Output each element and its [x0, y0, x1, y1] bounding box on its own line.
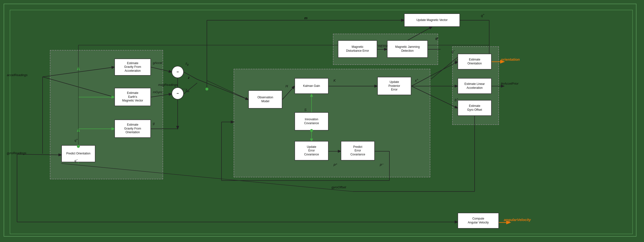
sum-zm-symbol: − — [176, 91, 179, 96]
junction-dot-innovation — [310, 129, 313, 132]
S-label: S — [304, 108, 306, 112]
estimate-gravity-orient-block[interactable]: EstimateGravity FromOrientation — [114, 119, 151, 138]
estimate-orientation-label: EstimateOrientation — [468, 58, 482, 65]
estimate-linear-accel-label: Estimate LinearAcceleration — [464, 82, 484, 90]
bplus-label: b+ — [455, 97, 458, 102]
mag-readings-label: magReadings — [158, 83, 178, 87]
z-label: z — [188, 76, 190, 79]
kalman-gain-label: Kalman Gain — [303, 84, 320, 88]
Pminus-label: P− — [380, 162, 384, 167]
estimate-orientation-block[interactable]: EstimateOrientation — [458, 54, 492, 70]
aplus-label: a+ — [455, 58, 458, 63]
accel-readings-label: accelReadings — [7, 73, 28, 77]
H-label: H — [286, 84, 288, 88]
estimate-magnetic-vector-block[interactable]: EstimateEarth'sMagnetic Vector — [114, 88, 151, 106]
lin-accel-prior-label: linAccelPrior — [501, 82, 518, 85]
K-label: K — [334, 79, 336, 82]
g-label: g — [153, 122, 154, 125]
estimate-gravity-orient-label: EstimateGravity FromOrientation — [124, 123, 141, 135]
xplus-label: x+ — [415, 78, 418, 82]
zg-label: zg — [186, 61, 188, 66]
junction-dot-qplus — [77, 145, 80, 148]
magnetic-jamming-detection-block[interactable]: Magnetic JammingDetection — [387, 40, 428, 58]
magnetic-jamming-detection-label: Magnetic JammingDetection — [395, 45, 420, 53]
innovation-covariance-block[interactable]: InnovationCovariance — [294, 112, 328, 131]
Pplus-label: P+ — [334, 162, 337, 167]
update-error-covariance-label: UpdateErrorCovariance — [304, 145, 319, 157]
qplus-left-label: q+ — [74, 138, 78, 142]
estimate-gravity-accel-block[interactable]: EstimateGravity FromAcceleration — [114, 59, 151, 76]
update-magnetic-vector-block[interactable]: Update Magnetic Vector — [404, 14, 460, 27]
predict-orientation-label: Predict Orientation — [66, 152, 90, 156]
angular-velocity-output-label: angularVelocity — [504, 218, 531, 222]
estimate-gyro-offset-block[interactable]: EstimateGyro Offset — [458, 100, 492, 116]
sum-zg-symbol: − — [176, 70, 179, 74]
observation-model-label: ObservationModel — [258, 96, 273, 103]
update-posterior-error-block[interactable]: UpdatePosteriorError — [377, 77, 411, 95]
predict-error-covariance-label: PredictErrorCovariance — [350, 145, 365, 157]
qminus-left-label: q− — [74, 158, 78, 163]
innovation-covariance-label: InnovationCovariance — [304, 117, 319, 125]
zm-label: zm — [186, 88, 189, 93]
estimate-magnetic-vector-label: EstimateEarth'sMagnetic Vector — [122, 91, 143, 103]
update-error-covariance-block[interactable]: UpdateErrorCovariance — [294, 141, 328, 161]
magnetic-disturbance-error-label: MagneticDisturbance Error — [346, 45, 369, 53]
orientation-output-label: orientation — [501, 57, 520, 61]
qplus-top-label: q+ — [481, 13, 484, 18]
update-magnetic-vector-label: Update Magnetic Vector — [416, 18, 448, 22]
sum-zg-block[interactable]: − — [172, 66, 184, 78]
sum-zm-block[interactable]: − — [172, 87, 184, 99]
estimate-gyro-offset-label: EstimateGyro Offset — [467, 104, 482, 112]
observation-model-block[interactable]: ObservationModel — [248, 90, 282, 108]
estimate-gravity-accel-label: EstimateGravity FromAcceleration — [124, 61, 141, 73]
magnetic-disturbance-error-block[interactable]: MagneticDisturbance Error — [338, 40, 377, 58]
m-gyro-label: mGyro — [153, 90, 162, 94]
diagram-container: Predict Orientation EstimateGravity From… — [2, 3, 640, 238]
junction-dot-1 — [206, 88, 208, 90]
compute-angular-velocity-label: ComputeAngular Velocity — [468, 217, 489, 224]
g-accel-label: gAccel — [153, 61, 162, 65]
update-posterior-error-label: UpdatePosteriorError — [388, 80, 400, 92]
estimate-linear-accel-block[interactable]: Estimate LinearAcceleration — [458, 78, 492, 94]
compute-angular-velocity-block[interactable]: ComputeAngular Velocity — [458, 213, 499, 228]
predict-error-covariance-block[interactable]: PredictErrorCovariance — [341, 141, 375, 161]
m-error-label: mError — [378, 44, 388, 48]
gyro-offset-label: gyroOffset — [332, 185, 346, 189]
gyro-readings-label: gyroReadings — [7, 151, 26, 155]
qminus-right-label: q− — [452, 49, 455, 54]
kalman-gain-block[interactable]: Kalman Gain — [294, 78, 328, 94]
tf-label: tf — [436, 37, 438, 41]
m-label: m — [304, 16, 308, 20]
